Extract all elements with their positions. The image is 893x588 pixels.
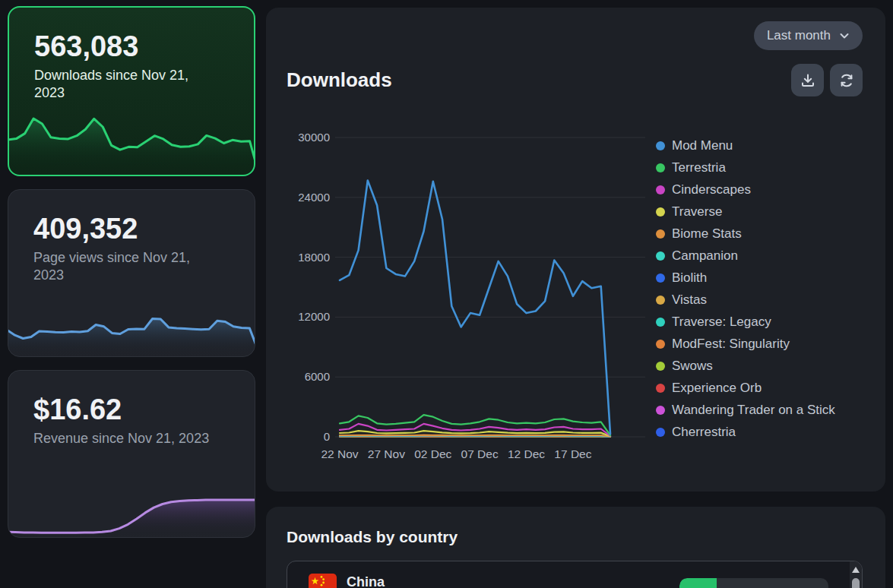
country-panel: Downloads by country China [266, 507, 885, 588]
y-tick-label: 30000 [298, 131, 330, 144]
x-tick-label: 02 Dec [414, 447, 451, 460]
legend-dot [656, 384, 665, 393]
revenue-total: $16.62 [33, 395, 255, 424]
download-icon [800, 72, 816, 89]
legend-item[interactable]: Experience Orb [656, 377, 835, 399]
refresh-icon [838, 72, 855, 89]
country-list: China [287, 561, 863, 588]
downloads-total-label: Downloads since Nov 21, 2023 [34, 67, 222, 102]
main-column: Last month Downloads [266, 8, 885, 588]
x-tick-label: 22 Nov [321, 447, 358, 460]
legend: Mod MenuTerrestriaCinderscapesTraverseBi… [656, 134, 835, 464]
export-download-button[interactable] [791, 64, 824, 96]
legend-item[interactable]: ModFest: Singularity [656, 333, 835, 355]
legend-label: Experience Orb [672, 381, 762, 396]
refresh-button[interactable] [830, 64, 863, 96]
pageviews-total-label: Page views since Nov 21, 2023 [33, 249, 223, 284]
country-row: China [287, 561, 862, 588]
x-tick-label: 17 Dec [554, 447, 591, 460]
y-tick-label: 24000 [298, 191, 330, 204]
series-line [340, 424, 610, 436]
pageviews-total: 409,352 [33, 214, 255, 243]
country-panel-title: Downloads by country [287, 528, 863, 546]
legend-dot [656, 163, 665, 172]
stat-card-downloads[interactable]: 563,083 Downloads since Nov 21, 2023 [8, 6, 255, 176]
legend-label: Cinderscapes [672, 182, 751, 198]
legend-item[interactable]: Cherrestria [656, 421, 835, 443]
downloads-sparkline [8, 112, 255, 176]
legend-label: Biome Stats [672, 226, 742, 242]
date-range-label: Last month [767, 28, 831, 43]
x-tick-label: 27 Nov [368, 447, 405, 460]
country-bar-fill [679, 578, 717, 588]
stats-sidebar: 563,083 Downloads since Nov 21, 2023 409… [8, 6, 255, 538]
legend-dot [656, 229, 665, 239]
x-tick-label: 12 Dec [508, 447, 545, 460]
legend-dot [656, 318, 665, 327]
country-bar [679, 578, 828, 588]
legend-item[interactable]: Campanion [656, 245, 835, 267]
legend-dot [656, 185, 665, 194]
legend-item[interactable]: Traverse: Legacy [656, 311, 835, 333]
legend-item[interactable]: Wandering Trader on a Stick [656, 399, 835, 421]
chevron-down-icon [839, 30, 850, 41]
chart-area: 060001200018000240003000022 Nov27 Nov02 … [287, 107, 863, 464]
downloads-chart: 060001200018000240003000022 Nov27 Nov02 … [287, 107, 650, 464]
series-line [340, 181, 610, 435]
legend-label: Cherrestria [672, 425, 736, 440]
legend-dot [656, 406, 665, 415]
chart-actions [791, 64, 863, 96]
legend-item[interactable]: Cinderscapes [656, 179, 835, 201]
legend-item[interactable]: Biolith [656, 267, 835, 289]
legend-item[interactable]: Traverse [656, 201, 835, 223]
analytics-page: 563,083 Downloads since Nov 21, 2023 409… [0, 0, 893, 588]
downloads-title: Downloads [287, 68, 392, 92]
date-range-dropdown[interactable]: Last month [754, 21, 863, 50]
legend-dot [656, 273, 665, 283]
country-list-scrollbar[interactable] [850, 561, 862, 588]
legend-item[interactable]: Biome Stats [656, 223, 835, 245]
revenue-sparkline [8, 482, 255, 538]
legend-label: Terrestria [672, 160, 726, 175]
scrollbar-up-arrow-icon[interactable] [852, 567, 860, 573]
y-tick-label: 6000 [305, 370, 330, 383]
y-tick-label: 12000 [298, 310, 330, 323]
range-row: Last month [287, 21, 863, 50]
legend-label: Mod Menu [672, 138, 733, 153]
legend-item[interactable]: Swows [656, 355, 835, 377]
legend-label: Traverse: Legacy [672, 315, 771, 330]
legend-label: Traverse [672, 204, 722, 220]
legend-dot [656, 296, 665, 305]
legend-dot [656, 362, 665, 371]
country-name: China [347, 574, 385, 588]
legend-label: Swows [672, 359, 713, 374]
scrollbar-thumb[interactable] [852, 578, 860, 588]
downloads-header: Downloads [287, 64, 863, 96]
legend-dot [656, 251, 665, 261]
legend-label: Campanion [672, 248, 738, 264]
legend-item[interactable]: Mod Menu [656, 134, 835, 156]
revenue-total-label: Revenue since Nov 21, 2023 [33, 430, 223, 447]
legend-dot [656, 207, 665, 217]
legend-dot [656, 141, 665, 150]
legend-dot [656, 428, 665, 437]
x-tick-label: 07 Dec [461, 447, 499, 460]
y-tick-label: 0 [324, 430, 330, 443]
sparkline-area [8, 319, 255, 358]
legend-dot [656, 340, 665, 349]
y-tick-label: 18000 [298, 251, 330, 264]
legend-label: Biolith [672, 270, 707, 286]
china-flag-icon [309, 574, 337, 588]
pageviews-sparkline [8, 305, 255, 357]
stat-card-pageviews[interactable]: 409,352 Page views since Nov 21, 2023 [8, 189, 255, 357]
stat-card-revenue[interactable]: $16.62 Revenue since Nov 21, 2023 [8, 370, 255, 538]
legend-item[interactable]: Terrestria [656, 156, 835, 179]
downloads-panel: Last month Downloads [266, 8, 885, 492]
downloads-total: 563,083 [34, 32, 254, 61]
legend-label: Vistas [672, 292, 707, 308]
legend-label: Wandering Trader on a Stick [672, 403, 835, 418]
legend-item[interactable]: Vistas [656, 289, 835, 311]
legend-label: ModFest: Singularity [672, 337, 790, 352]
